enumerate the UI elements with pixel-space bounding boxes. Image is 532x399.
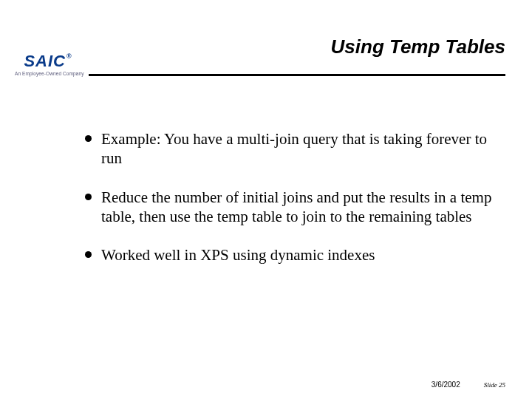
- logo-tagline: An Employee-Owned Company: [15, 71, 81, 76]
- slide-body: Example: You have a multi-join query tha…: [85, 129, 501, 284]
- list-item: Worked well in XPS using dynamic indexes: [85, 245, 501, 265]
- logo-name: SAIC: [24, 52, 66, 70]
- footer-date: 3/6/2002: [432, 381, 460, 389]
- title-divider: [89, 74, 505, 76]
- bullet-list: Example: You have a multi-join query tha…: [85, 129, 501, 265]
- footer-slidenum: Slide 25: [484, 381, 505, 389]
- registered-icon: ®: [66, 52, 72, 60]
- list-item: Example: You have a multi-join query tha…: [85, 129, 501, 168]
- list-item: Reduce the number of initial joins and p…: [85, 188, 501, 227]
- logo-text: SAIC®: [15, 53, 81, 69]
- slide-footer: 3/6/2002 Slide 25: [432, 381, 505, 389]
- slide: Using Temp Tables SAIC® An Employee-Owne…: [0, 0, 532, 399]
- company-logo: SAIC® An Employee-Owned Company: [15, 53, 81, 76]
- slide-title: Using Temp Tables: [331, 35, 505, 58]
